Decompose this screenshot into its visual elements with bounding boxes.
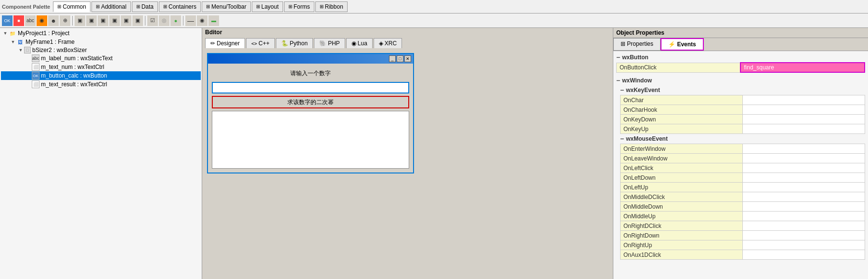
wxmouseevent-label: wxMouseEvent bbox=[626, 135, 668, 142]
toolbar-btn-crosshair[interactable]: ⊕ bbox=[60, 15, 70, 26]
table-row-onmiddledown[interactable]: OnMiddleDown bbox=[621, 202, 865, 212]
calc-button[interactable]: 求该数字的二次幂 bbox=[212, 96, 409, 108]
toolbar-btn-grid1[interactable]: ▣ bbox=[75, 15, 85, 26]
toolbar-btn-ring2[interactable]: ● bbox=[170, 15, 181, 26]
tab-ribbon[interactable]: ⊞ Ribbon bbox=[315, 1, 348, 12]
toolbar-btn-ring1[interactable]: ◎ bbox=[159, 15, 169, 26]
tab-php[interactable]: 🐘 PHP bbox=[314, 38, 345, 48]
table-row-onenterwindow[interactable]: OnEnterWindow bbox=[621, 144, 865, 154]
tree-item-project[interactable]: ▼ 📁 MyProject1 : Project bbox=[1, 29, 201, 38]
toolbar-btn-grid4[interactable]: ▣ bbox=[109, 15, 120, 26]
toolbar-separator-2 bbox=[145, 16, 145, 26]
prop-value-onenterwindow[interactable] bbox=[743, 144, 865, 154]
expand-frame[interactable]: ▼ bbox=[10, 39, 16, 45]
toolbar-btn-abc[interactable]: abc bbox=[25, 15, 36, 26]
table-row-onmiddledclick[interactable]: OnMiddleDClick bbox=[621, 192, 865, 202]
maximize-button[interactable]: □ bbox=[397, 55, 403, 62]
table-row-onrightdown[interactable]: OnRightDown bbox=[621, 231, 865, 240]
prop-name-onrightdown: OnRightDown bbox=[621, 231, 743, 240]
prop-value-onkeydown[interactable] bbox=[743, 115, 865, 124]
table-row-oncharhook[interactable]: OnCharHook bbox=[621, 105, 865, 115]
prop-name-onmiddledown: OnMiddleDown bbox=[621, 202, 743, 212]
prop-value-onmiddledclick[interactable] bbox=[743, 192, 865, 202]
tab-python[interactable]: 🐍 Python bbox=[276, 38, 313, 48]
lua-label: Lua bbox=[358, 40, 367, 47]
prop-value-onbuttonclick[interactable]: find_square bbox=[740, 63, 865, 72]
wxbutton-section-label: wxButton bbox=[622, 54, 648, 61]
tree-item-button-calc[interactable]: OK m_button_calc : wxButton bbox=[1, 71, 201, 80]
table-row-onkeyup[interactable]: OnKeyUp bbox=[621, 124, 865, 134]
prop-value-onleftup[interactable] bbox=[743, 183, 865, 192]
table-row-onrightup[interactable]: OnRightUp bbox=[621, 240, 865, 250]
minus-wxbutton[interactable]: − bbox=[616, 53, 620, 61]
table-row-onchar[interactable]: OnChar bbox=[621, 95, 865, 105]
tab-properties[interactable]: ⊞ Properties bbox=[613, 38, 661, 51]
tab-data[interactable]: ⊞ Data bbox=[132, 1, 158, 12]
prop-value-onmiddledown[interactable] bbox=[743, 202, 865, 212]
toolbar-btn-grid6[interactable]: ▣ bbox=[132, 15, 143, 26]
wxkeyevent-header: − wxKeyEvent bbox=[620, 85, 865, 95]
tree-item-sizer[interactable]: ▼ □ bSizer2 : wxBoxSizer bbox=[1, 46, 201, 54]
text-input[interactable] bbox=[212, 82, 409, 93]
table-row-onleftup[interactable]: OnLeftUp bbox=[621, 183, 865, 192]
common-icon: ⊞ bbox=[57, 4, 61, 9]
table-row-onleftdown[interactable]: OnLeftDown bbox=[621, 173, 865, 183]
minus-wxkeyevent[interactable]: − bbox=[620, 86, 624, 94]
key-events-table: OnChar OnCharHook OnKeyDown OnKeyUp bbox=[620, 95, 865, 134]
tab-menutoolbar[interactable]: ⊞ Menu/Toolbar bbox=[202, 1, 251, 12]
tab-xrc[interactable]: ◈ XRC bbox=[374, 38, 402, 48]
table-row-onaux1dclick[interactable]: OnAux1DClick bbox=[621, 250, 865, 260]
toolbar-btn-circle[interactable]: ◉ bbox=[37, 15, 47, 26]
minimize-button[interactable]: _ bbox=[389, 55, 396, 62]
toolbar-btn-smiley[interactable]: ☻ bbox=[48, 15, 59, 26]
prop-value-onchar[interactable] bbox=[743, 95, 865, 105]
minus-wxwindow[interactable]: − bbox=[616, 77, 620, 84]
prop-value-onleftdown[interactable] bbox=[743, 173, 865, 183]
tab-cpp[interactable]: <> C++ bbox=[246, 38, 275, 48]
tab-additional[interactable]: ⊞ Additional bbox=[91, 1, 131, 12]
tree-item-text-num[interactable]: ⬜ m_text_num : wxTextCtrl bbox=[1, 63, 201, 71]
tab-forms[interactable]: ⊞ Forms bbox=[284, 1, 314, 12]
toolbar-btn-color1[interactable]: ■ bbox=[13, 15, 24, 26]
table-row-onkeydown[interactable]: OnKeyDown bbox=[621, 115, 865, 124]
table-row-onbuttonclick[interactable]: OnButtonClick find_square bbox=[617, 63, 865, 72]
prop-value-onrightup[interactable] bbox=[743, 240, 865, 250]
toolbar-btn-dash[interactable]: — bbox=[185, 15, 196, 26]
prop-value-onkeyup[interactable] bbox=[743, 124, 865, 134]
expand-sizer[interactable]: ▼ bbox=[17, 47, 24, 53]
wxkeyevent-label: wxKeyEvent bbox=[626, 87, 660, 93]
prop-value-onaux1dclick[interactable] bbox=[743, 250, 865, 260]
table-row-onmiddleup[interactable]: OnMiddleUp bbox=[621, 212, 865, 221]
table-row-onleftclick[interactable]: OnLeftClick bbox=[621, 163, 865, 173]
table-row-onleavewindow[interactable]: OnLeaveWindow bbox=[621, 154, 865, 163]
scrollable-props[interactable]: − wxButton OnButtonClick find_square − w… bbox=[613, 51, 868, 279]
prop-value-oncharhook[interactable] bbox=[743, 105, 865, 115]
toolbar-btn-grid5[interactable]: ▣ bbox=[121, 15, 131, 26]
toolbar-btn-grid3[interactable]: ▣ bbox=[98, 15, 108, 26]
tab-common[interactable]: ⊞ Common bbox=[53, 1, 91, 12]
toolbar-btn-grid2[interactable]: ▣ bbox=[86, 15, 97, 26]
tab-containers[interactable]: ⊞ Containers bbox=[159, 1, 201, 12]
forms-tab-label: Forms bbox=[294, 3, 310, 10]
table-row-onrightdclick[interactable]: OnRightDClick bbox=[621, 221, 865, 231]
prop-value-onleavewindow[interactable] bbox=[743, 154, 865, 163]
tab-events[interactable]: ⚡ Events bbox=[661, 38, 704, 51]
tab-designer[interactable]: ✏ Designer bbox=[205, 38, 245, 48]
minus-wxmouseevent[interactable]: − bbox=[620, 135, 624, 143]
tree-item-frame[interactable]: ▼ 🖼 MyFrame1 : Frame bbox=[1, 38, 201, 46]
prop-value-onmiddleup[interactable] bbox=[743, 212, 865, 221]
prop-value-onrightdown[interactable] bbox=[743, 231, 865, 240]
toolbar-btn-battery[interactable]: ▬ bbox=[208, 15, 219, 26]
toolbar-btn-check[interactable]: ☑ bbox=[147, 15, 158, 26]
prop-value-onleftclick[interactable] bbox=[743, 163, 865, 173]
tab-lua[interactable]: ◉ Lua bbox=[346, 38, 373, 48]
tree-item-text-result[interactable]: ⬜ m_text_result : wxTextCtrl bbox=[1, 80, 201, 89]
toolbar-btn-ok[interactable]: OK bbox=[2, 15, 13, 26]
expand-project[interactable]: ▼ bbox=[2, 30, 9, 37]
tab-layout[interactable]: ⊞ Layout bbox=[252, 1, 283, 12]
prop-value-onrightdclick[interactable] bbox=[743, 221, 865, 231]
close-button[interactable]: ✕ bbox=[404, 55, 411, 62]
tree-item-label-num[interactable]: abc m_label_num : wxStaticText bbox=[1, 54, 201, 63]
toolbar-btn-knob[interactable]: ◉ bbox=[197, 15, 207, 26]
xrc-label: XRC bbox=[385, 40, 397, 47]
